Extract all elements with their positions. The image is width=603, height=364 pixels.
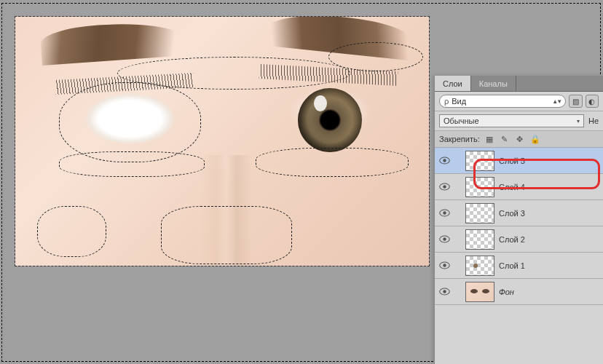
layer-thumbnail[interactable] xyxy=(465,151,494,171)
visibility-toggle[interactable] xyxy=(438,233,451,246)
svg-point-9 xyxy=(443,264,446,267)
layer-thumbnail[interactable] xyxy=(465,229,494,250)
selection-marquee xyxy=(328,42,423,71)
selection-marquee xyxy=(256,148,409,177)
image-area[interactable] xyxy=(15,16,430,266)
lock-label: Закрепить: xyxy=(439,135,480,143)
panel-tabs: Слои Каналы xyxy=(435,76,603,92)
svg-point-1 xyxy=(443,159,446,162)
lock-all-icon[interactable]: 🔒 xyxy=(529,133,541,145)
visibility-toggle[interactable] xyxy=(438,259,451,272)
layers-panel: Слои Каналы ρ ▲▼ ▧ ◐ Обычные ▾ Не Закреп… xyxy=(434,76,603,364)
app-workspace: Слои Каналы ρ ▲▼ ▧ ◐ Обычные ▾ Не Закреп… xyxy=(0,0,603,364)
layer-row[interactable]: Слой 2 xyxy=(435,226,603,253)
layer-name[interactable]: Слой 1 xyxy=(499,261,525,270)
layer-row[interactable]: Слой 3 xyxy=(435,200,603,226)
selection-marquee xyxy=(161,206,292,264)
filter-input[interactable] xyxy=(452,97,552,106)
visibility-toggle[interactable] xyxy=(438,207,451,220)
filter-adjust-icon[interactable]: ◐ xyxy=(586,95,599,108)
visibility-toggle[interactable] xyxy=(438,285,451,298)
chevron-down-icon: ▾ xyxy=(577,118,580,124)
lock-brush-icon[interactable]: ✎ xyxy=(499,133,511,145)
selection-marquee xyxy=(59,82,201,162)
visibility-toggle[interactable] xyxy=(438,181,451,194)
svg-point-3 xyxy=(443,185,446,189)
layer-row[interactable]: Слой 5 xyxy=(435,148,603,174)
layers-list: Слой 5Слой 4Слой 3Слой 2Слой 1Фон xyxy=(435,148,603,305)
lock-row: Закрепить: ▦ ✎ ✥ 🔒 xyxy=(435,131,603,148)
blend-mode-select[interactable]: Обычные ▾ xyxy=(439,114,584,127)
blend-mode-label: Обычные xyxy=(444,116,479,125)
iris-right xyxy=(298,88,362,152)
layer-name[interactable]: Слой 2 xyxy=(499,235,525,244)
search-icon: ρ xyxy=(444,97,449,106)
filter-pixel-icon[interactable]: ▧ xyxy=(569,95,582,108)
layer-thumbnail[interactable] xyxy=(465,203,494,223)
svg-point-7 xyxy=(443,237,446,241)
stepper-icon: ▲▼ xyxy=(552,98,561,105)
layer-thumbnail[interactable] xyxy=(465,177,494,197)
visibility-toggle[interactable] xyxy=(438,154,451,167)
layer-thumbnail[interactable] xyxy=(465,282,494,302)
eye-highlight xyxy=(314,95,327,111)
selection-marquee xyxy=(37,206,106,257)
lock-pixels-icon[interactable]: ▦ xyxy=(484,133,495,145)
layer-name[interactable]: Слой 4 xyxy=(499,183,525,191)
layer-name[interactable]: Слой 5 xyxy=(499,157,525,165)
opacity-label: Не xyxy=(588,116,599,125)
blend-row: Обычные ▾ Не xyxy=(435,111,603,131)
layer-row[interactable]: Фон xyxy=(435,279,603,305)
svg-point-11 xyxy=(443,290,446,293)
filter-row: ρ ▲▼ ▧ ◐ xyxy=(435,92,603,111)
layer-name[interactable]: Фон xyxy=(499,288,514,296)
svg-point-5 xyxy=(443,211,446,215)
tab-channels[interactable]: Каналы xyxy=(471,76,516,91)
lock-move-icon[interactable]: ✥ xyxy=(514,133,526,145)
layer-name[interactable]: Слой 3 xyxy=(499,209,525,218)
filter-type-select[interactable]: ρ ▲▼ xyxy=(439,95,566,108)
layer-row[interactable]: Слой 4 xyxy=(435,174,603,200)
tab-layers[interactable]: Слои xyxy=(435,76,471,91)
layer-thumbnail[interactable] xyxy=(465,256,494,276)
layer-row[interactable]: Слой 1 xyxy=(435,253,603,279)
